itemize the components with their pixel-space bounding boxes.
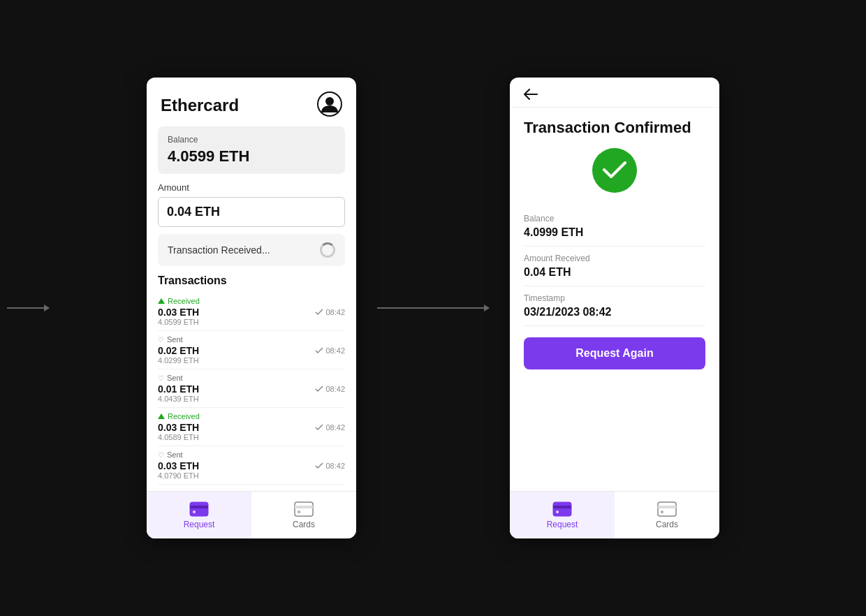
nav-cards-screen2[interactable]: Cards bbox=[615, 492, 719, 538]
amount-section: Amount bbox=[147, 182, 356, 234]
sent-icon: ♡ bbox=[158, 451, 164, 459]
tx-balance: 4.0790 ETH bbox=[158, 471, 345, 480]
balance-field: Balance 4.0999 ETH bbox=[524, 207, 705, 247]
svg-point-10 bbox=[556, 511, 559, 513]
balance-field-label: Balance bbox=[524, 214, 705, 223]
svg-point-4 bbox=[193, 511, 196, 513]
transactions-title: Transactions bbox=[158, 274, 345, 287]
tx-type-label: Sent bbox=[167, 335, 183, 344]
tx-time: 08:42 bbox=[315, 385, 345, 393]
tx-time: 08:42 bbox=[315, 346, 345, 355]
sent-icon: ♡ bbox=[158, 336, 164, 344]
amount-label: Amount bbox=[158, 182, 345, 193]
screens-container: Ethercard Balance 4.0599 ETH Amount Tran… bbox=[0, 0, 866, 616]
svg-rect-6 bbox=[295, 506, 313, 508]
bottom-nav-screen1: Request Cards bbox=[147, 491, 356, 538]
success-icon bbox=[592, 148, 637, 193]
tx-time: 08:42 bbox=[315, 308, 345, 316]
nav-cards-label-screen2: Cards bbox=[656, 520, 678, 529]
screen1: Ethercard Balance 4.0599 ETH Amount Tran… bbox=[147, 78, 356, 538]
tx-balance: 4.0299 ETH bbox=[158, 356, 345, 365]
tx-item: ♡ Sent 0.02 ETH 08:42 4.0299 ETH bbox=[158, 331, 345, 369]
back-button[interactable] bbox=[524, 89, 538, 100]
transactions-section: Transactions Received 0.03 ETH 08:42 4.0… bbox=[147, 274, 356, 491]
tx-amount: 0.02 ETH bbox=[158, 345, 199, 356]
balance-card: Balance 4.0599 ETH bbox=[158, 126, 345, 174]
svg-rect-9 bbox=[553, 506, 571, 508]
tx-time: 08:42 bbox=[315, 462, 345, 470]
tx-type-label: Sent bbox=[167, 374, 183, 382]
screen2-body: Transaction Confirmed Balance 4.0999 ETH… bbox=[510, 108, 719, 491]
tx-time: 08:42 bbox=[315, 423, 345, 432]
balance-field-value: 4.0999 ETH bbox=[524, 226, 705, 239]
bottom-nav-screen2: Request Cards bbox=[510, 491, 719, 538]
sent-icon: ♡ bbox=[158, 374, 164, 382]
nav-request-label-screen1: Request bbox=[184, 520, 215, 529]
tx-item: ♡ Sent 0.01 ETH 08:42 4.0439 ETH bbox=[158, 369, 345, 408]
tx-status-text: Transaction Received... bbox=[168, 244, 270, 256]
screen2-header bbox=[510, 78, 719, 108]
tx-amount: 0.03 ETH bbox=[158, 422, 199, 433]
app-title: Ethercard bbox=[161, 96, 239, 115]
received-icon bbox=[158, 413, 165, 419]
request-again-button[interactable]: Request Again bbox=[524, 337, 705, 369]
tx-amount: 0.03 ETH bbox=[158, 307, 199, 318]
tx-balance: 4.0439 ETH bbox=[158, 395, 345, 403]
loading-spinner bbox=[320, 242, 335, 258]
svg-point-7 bbox=[298, 511, 300, 513]
nav-cards-label-screen1: Cards bbox=[293, 520, 315, 529]
svg-rect-3 bbox=[190, 506, 208, 508]
tx-balance: 4.0589 ETH bbox=[158, 433, 345, 441]
timestamp-label: Timestamp bbox=[524, 293, 705, 303]
left-arrow bbox=[0, 307, 56, 309]
tx-type-label: Sent bbox=[167, 450, 183, 459]
amount-input[interactable] bbox=[158, 197, 345, 227]
nav-request-label-screen2: Request bbox=[547, 520, 578, 529]
timestamp-field: Timestamp 03/21/2023 08:42 bbox=[524, 286, 705, 326]
avatar-icon[interactable] bbox=[317, 91, 342, 119]
nav-request-screen2[interactable]: Request bbox=[510, 492, 615, 538]
tx-type-label: Received bbox=[168, 412, 200, 420]
tx-amount: 0.01 ETH bbox=[158, 383, 199, 395]
screen1-header: Ethercard bbox=[147, 78, 356, 126]
svg-rect-2 bbox=[190, 502, 208, 516]
tx-type-label: Received bbox=[168, 297, 200, 305]
screen2: Transaction Confirmed Balance 4.0999 ETH… bbox=[510, 78, 719, 538]
middle-arrow bbox=[356, 307, 510, 309]
tx-item: ♡ Sent 0.03 ETH 08:42 4.0790 ETH bbox=[158, 446, 345, 485]
tx-balance: 4.0599 ETH bbox=[158, 318, 345, 326]
tx-amount: 0.03 ETH bbox=[158, 460, 199, 471]
svg-rect-11 bbox=[658, 502, 676, 516]
confirmed-title: Transaction Confirmed bbox=[524, 119, 705, 137]
nav-cards-screen1[interactable]: Cards bbox=[251, 492, 356, 538]
tx-item: Received 0.03 ETH 08:42 4.0599 ETH bbox=[158, 293, 345, 331]
svg-rect-5 bbox=[295, 502, 313, 516]
tx-item: Received 0.03 ETH 08:42 4.0589 ETH bbox=[158, 408, 345, 446]
nav-request-screen1[interactable]: Request bbox=[147, 492, 251, 538]
amount-received-value: 0.04 ETH bbox=[524, 266, 705, 279]
timestamp-value: 03/21/2023 08:42 bbox=[524, 306, 705, 318]
tx-status-bar: Transaction Received... bbox=[158, 234, 345, 266]
balance-label: Balance bbox=[168, 135, 335, 145]
received-icon bbox=[158, 298, 165, 304]
amount-received-label: Amount Received bbox=[524, 254, 705, 263]
svg-rect-12 bbox=[658, 506, 676, 508]
svg-rect-8 bbox=[553, 502, 571, 516]
balance-amount: 4.0599 ETH bbox=[168, 147, 335, 166]
amount-received-field: Amount Received 0.04 ETH bbox=[524, 247, 705, 286]
svg-point-13 bbox=[661, 511, 663, 513]
svg-point-1 bbox=[325, 97, 334, 105]
